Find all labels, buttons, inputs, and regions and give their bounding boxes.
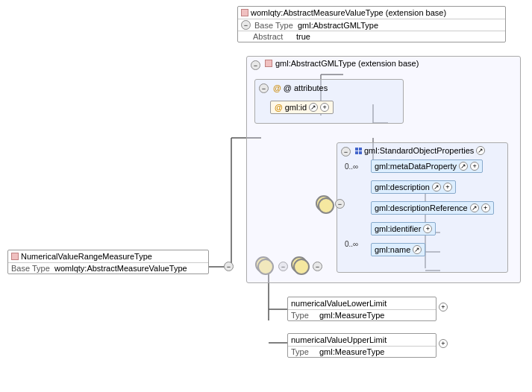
main-type-title-row: NumericalValueRangeMeasureType: [8, 250, 208, 262]
lower-limit-title: numericalValueLowerLimit: [288, 297, 436, 309]
upper-limit-plus[interactable]: +: [439, 339, 448, 348]
description-ref-label: gml:descriptionReference: [375, 203, 468, 212]
lower-limit-label: numericalValueLowerLimit: [291, 299, 387, 308]
abstract-measure-basetype: − Base Type gml:AbstractGMLType: [238, 19, 505, 31]
metadata-arrow[interactable]: ↗: [459, 162, 468, 171]
minus-icon: −: [227, 263, 231, 271]
abstract-measure-title: womlqty:AbstractMeasureValueType (extens…: [238, 7, 505, 19]
grid-icon: [355, 148, 362, 154]
abstract-measure-minus[interactable]: −: [241, 20, 251, 30]
gml-container-label: gml:AbstractGMLType (extension base): [265, 59, 419, 68]
std-obj-arrow[interactable]: ↗: [476, 146, 485, 155]
metadata-plus[interactable]: +: [470, 162, 479, 171]
mult-metadata: 0..∞: [345, 162, 358, 171]
gml-id-box: @ gml:id ↗ +: [270, 101, 334, 114]
identifier-plus[interactable]: +: [423, 224, 432, 233]
desc-ref-plus[interactable]: +: [481, 203, 490, 212]
upper-limit-type: Type gml:MeasureType: [288, 346, 436, 357]
gml-id-label: gml:id: [285, 103, 307, 112]
gml-id-arrow[interactable]: ↗: [309, 103, 318, 112]
lower-limit-type: Type gml:MeasureType: [288, 309, 436, 320]
abstract-value: true: [296, 32, 310, 41]
name-arrow[interactable]: ↗: [413, 245, 422, 254]
name-box: gml:name ↗: [371, 243, 425, 256]
gml-id-at: @: [275, 103, 283, 112]
upper-limit-title: numericalValueUpperLimit: [288, 334, 436, 346]
identifier-box: gml:identifier +: [371, 222, 436, 235]
lower-minus[interactable]: −: [313, 262, 322, 271]
main-type-basetype-row: Base Type womlqty:AbstractMeasureValueTy…: [8, 262, 208, 274]
desc-ref-arrow[interactable]: ↗: [470, 203, 479, 212]
upper-limit-label: numericalValueUpperLimit: [291, 335, 387, 344]
gml-inner-minus[interactable]: −: [335, 199, 345, 209]
attributes-label: @ attributes: [284, 83, 328, 92]
abstract-measure-icon: [241, 9, 248, 16]
stack-icon-lower: [291, 256, 312, 277]
abstract-base-label: Base Type: [254, 21, 295, 30]
gml-id-plus[interactable]: +: [320, 103, 329, 112]
stack-icon-gml: [316, 195, 337, 216]
metadata-box: gml:metaDataProperty ↗ +: [371, 159, 483, 173]
upper-type-label: Type: [291, 347, 317, 356]
lower-limit-box: numericalValueLowerLimit Type gml:Measur…: [287, 297, 436, 321]
attributes-minus[interactable]: −: [259, 83, 269, 93]
identifier-label: gml:identifier: [375, 224, 421, 233]
std-obj-minus[interactable]: −: [341, 147, 351, 157]
numerical-value-range-box: NumericalValueRangeMeasureType Base Type…: [7, 250, 209, 274]
abstract-measure-box: womlqty:AbstractMeasureValueType (extens…: [237, 6, 506, 42]
gml-container-icon: [265, 60, 272, 67]
description-ref-box: gml:descriptionReference ↗ +: [371, 201, 494, 215]
abstract-measure-abstract: Abstract true: [238, 31, 505, 42]
description-plus[interactable]: +: [443, 183, 452, 192]
upper-limit-box: numericalValueUpperLimit Type gml:Measur…: [287, 333, 436, 358]
at-sign: @: [273, 83, 281, 92]
lower-type-label: Type: [291, 311, 317, 320]
abstract-base-value: gml:AbstractGMLType: [298, 21, 378, 30]
lower-type-value: gml:MeasureType: [319, 311, 384, 320]
metadata-label: gml:metaDataProperty: [375, 162, 457, 171]
name-label: gml:name: [375, 245, 410, 254]
gml-container-title: gml:AbstractGMLType (extension base): [275, 59, 419, 68]
main-type-basetype-value: womlqty:AbstractMeasureValueType: [54, 264, 187, 273]
description-label: gml:description: [375, 183, 430, 192]
lower-limit-plus[interactable]: +: [439, 303, 448, 312]
description-arrow[interactable]: ↗: [432, 183, 441, 192]
gml-container-minus[interactable]: −: [251, 60, 260, 70]
description-box: gml:description ↗ +: [371, 180, 456, 194]
abstract-gml-container: − gml:AbstractGMLType (extension base) −…: [246, 56, 521, 283]
standard-obj-container: − gml:StandardObjectProperties ↗ 0..∞ gm…: [337, 142, 508, 273]
diagram-container: NumericalValueRangeMeasureType Base Type…: [0, 0, 532, 392]
main-type-icon: [11, 253, 19, 260]
main-type-title: NumericalValueRangeMeasureType: [21, 252, 152, 261]
abstract-label: Abstract: [253, 32, 294, 41]
upper-type-value: gml:MeasureType: [319, 347, 384, 356]
mult-name: 0..∞: [345, 240, 358, 248]
abstract-measure-title-text: womlqty:AbstractMeasureValueType (extens…: [251, 8, 446, 17]
std-obj-label: gml:StandardObjectProperties: [364, 146, 474, 155]
main-junction-minus[interactable]: −: [224, 262, 234, 271]
attributes-container: − @ @ attributes @ gml:id ↗ +: [254, 79, 404, 124]
main-type-basetype-label: Base Type: [11, 264, 52, 273]
